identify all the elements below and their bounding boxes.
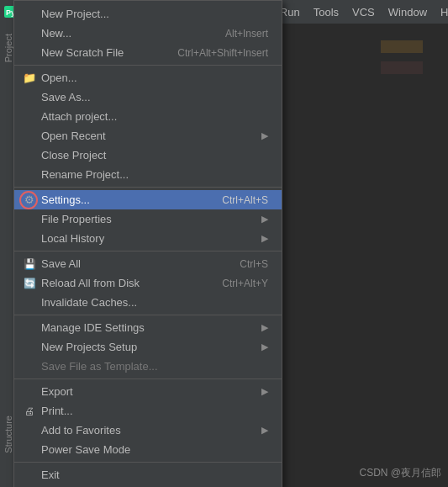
menu-item-save-all[interactable]: 💾 Save All Ctrl+S (14, 254, 282, 273)
open-recent-arrow-icon: ▶ (261, 130, 268, 141)
menu-item-save-as-label: Save As... (41, 91, 91, 103)
manage-ide-arrow-icon: ▶ (261, 322, 268, 333)
favorites-arrow-icon: ▶ (261, 425, 268, 436)
menu-item-save-all-shortcut: Ctrl+S (240, 258, 268, 270)
file-dropdown: New Project... New... Alt+Insert New Scr… (13, 0, 282, 487)
menu-item-export[interactable]: Export ▶ (14, 382, 282, 401)
menu-item-power-save-label: Power Save Mode (41, 443, 130, 456)
menu-item-new-projects-setup-label: New Projects Setup (41, 341, 137, 353)
file-properties-arrow-icon: ▶ (261, 214, 268, 225)
menu-item-save-all-label: Save All (41, 257, 81, 270)
export-arrow-icon: ▶ (261, 386, 268, 397)
menu-item-settings-shortcut: Ctrl+Alt+S (222, 194, 268, 206)
dropdown-overlay: New Project... New... Alt+Insert New Scr… (0, 0, 448, 487)
new-projects-arrow-icon: ▶ (261, 341, 268, 352)
menu-item-new-shortcut: Alt+Insert (225, 28, 268, 40)
separator-2 (14, 187, 282, 188)
menu-item-print[interactable]: 🖨 Print... (14, 401, 282, 421)
print-icon: 🖨 (23, 405, 36, 418)
menu-item-attach-project[interactable]: Attach project... (14, 107, 282, 126)
menu-item-open-recent-label: Open Recent (41, 130, 106, 142)
menu-item-new-project-label: New Project... (41, 8, 109, 20)
menu-item-new-project[interactable]: New Project... (14, 4, 282, 24)
folder-icon: 📁 (23, 71, 36, 85)
menu-item-exit-label: Exit (41, 468, 60, 481)
menu-item-open[interactable]: 📁 Open... (14, 68, 282, 87)
menu-item-close-project[interactable]: Close Project (14, 146, 282, 165)
menu-item-new-projects-setup[interactable]: New Projects Setup ▶ (14, 337, 282, 357)
menu-item-attach-label: Attach project... (41, 110, 117, 123)
menu-item-new-scratch[interactable]: New Scratch File Ctrl+Alt+Shift+Insert (14, 43, 282, 62)
menu-item-exit[interactable]: Exit (14, 465, 282, 484)
separator-3 (14, 251, 282, 251)
menu-item-add-favorites[interactable]: Add to Favorites ▶ (14, 421, 282, 440)
gear-icon: ⚙ (23, 193, 36, 207)
separator-4 (14, 315, 282, 315)
separator-1 (14, 65, 282, 66)
menu-item-manage-ide[interactable]: Manage IDE Settings ▶ (14, 318, 282, 337)
separator-6 (14, 462, 282, 463)
menu-item-open-label: Open... (41, 71, 77, 84)
menu-item-local-history-label: Local History (41, 232, 104, 245)
menu-item-file-properties-label: File Properties (41, 213, 112, 225)
menu-item-rename-label: Rename Project... (41, 168, 129, 181)
menu-item-save-template-label: Save File as Template... (41, 360, 158, 373)
menu-item-reload-all[interactable]: 🔄 Reload All from Disk Ctrl+Alt+Y (14, 273, 282, 293)
menu-item-save-template[interactable]: Save File as Template... (14, 357, 282, 376)
menu-item-reload-shortcut: Ctrl+Alt+Y (222, 278, 268, 289)
menu-item-add-favorites-label: Add to Favorites (41, 424, 121, 437)
menu-item-power-save[interactable]: Power Save Mode (14, 440, 282, 459)
menu-item-print-label: Print... (41, 405, 73, 417)
menu-item-rename-project[interactable]: Rename Project... (14, 165, 282, 184)
menu-item-file-properties[interactable]: File Properties ▶ (14, 209, 282, 229)
save-icon: 💾 (23, 257, 36, 271)
menu-item-manage-ide-label: Manage IDE Settings (41, 321, 145, 334)
menu-item-new-scratch-label: New Scratch File (41, 46, 124, 59)
menu-item-local-history[interactable]: Local History ▶ (14, 229, 282, 248)
menu-item-new-label: New... (41, 27, 71, 40)
menu-item-close-label: Close Project (41, 149, 106, 161)
menu-item-settings[interactable]: ⚙ Settings... Ctrl+Alt+S (14, 190, 282, 209)
menu-item-settings-label: Settings... (41, 193, 90, 206)
menu-item-export-label: Export (41, 385, 73, 398)
menu-item-new-scratch-shortcut: Ctrl+Alt+Shift+Insert (177, 47, 268, 59)
menu-item-new[interactable]: New... Alt+Insert (14, 24, 282, 43)
menu-item-invalidate-label: Invalidate Caches... (41, 296, 137, 309)
reload-icon: 🔄 (23, 277, 36, 290)
separator-5 (14, 378, 282, 379)
local-history-arrow-icon: ▶ (261, 233, 268, 244)
menu-item-invalidate-caches[interactable]: Invalidate Caches... (14, 293, 282, 312)
menu-item-reload-label: Reload All from Disk (41, 277, 140, 289)
menu-item-save-as[interactable]: Save As... (14, 87, 282, 107)
menu-item-open-recent[interactable]: Open Recent ▶ (14, 126, 282, 146)
